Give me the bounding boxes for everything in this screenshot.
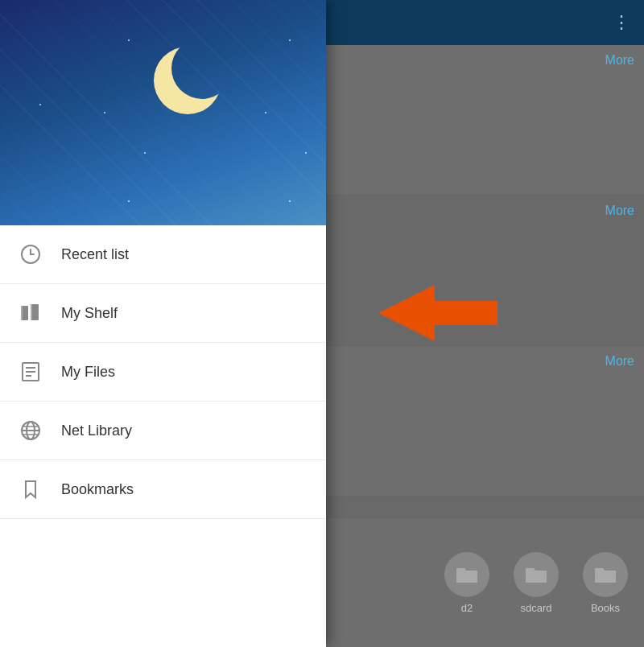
svg-rect-5 [21, 306, 23, 320]
sidebar-item-label-my-files: My Files [61, 364, 115, 381]
my-shelf-icon [16, 299, 45, 328]
sidebar-item-label-net-library: Net Library [61, 422, 132, 439]
folder-item-books[interactable]: Books [583, 552, 628, 614]
sidebar-item-label-my-shelf: My Shelf [61, 305, 118, 322]
more-link-1[interactable]: More [605, 53, 634, 68]
more-link-3[interactable]: More [605, 354, 634, 369]
section-1: More [326, 45, 644, 196]
folder-label-d2: d2 [461, 602, 473, 614]
svg-point-2 [154, 47, 221, 114]
folder-icon-books [583, 552, 628, 597]
sidebar-menu: Recent list My Shelf [0, 225, 326, 647]
bookmarks-icon [16, 475, 45, 504]
net-library-icon [16, 416, 45, 445]
folder-icon-sdcard [514, 552, 559, 597]
section-3: More [326, 346, 644, 497]
moon-icon [147, 40, 228, 121]
recent-list-icon [16, 240, 45, 269]
folder-label-sdcard: sdcard [520, 602, 551, 614]
folder-row: d2 sdcard Books [326, 518, 644, 647]
folder-icon-d2 [444, 552, 489, 597]
folder-item-d2[interactable]: d2 [444, 552, 489, 614]
my-files-icon [16, 357, 45, 386]
sidebar-item-recent-list[interactable]: Recent list [0, 225, 326, 284]
sidebar-item-my-files[interactable]: My Files [0, 343, 326, 402]
overflow-menu-button[interactable]: ⋮ [613, 12, 631, 33]
svg-marker-8 [378, 285, 435, 341]
sidebar-item-label-recent-list: Recent list [61, 246, 129, 263]
sidebar-item-bookmarks[interactable]: Bookmarks [0, 460, 326, 519]
svg-rect-7 [31, 304, 32, 320]
sidebar-drawer: Recent list My Shelf [0, 0, 326, 647]
folder-label-books: Books [591, 602, 620, 614]
arrow-pointer-icon [322, 281, 499, 345]
sidebar-item-label-bookmarks: Bookmarks [61, 481, 134, 498]
more-link-2[interactable]: More [605, 204, 634, 218]
sidebar-item-my-shelf[interactable]: My Shelf [0, 284, 326, 343]
folder-item-sdcard[interactable]: sdcard [514, 552, 559, 614]
sidebar-header [0, 0, 326, 225]
sidebar-item-net-library[interactable]: Net Library [0, 402, 326, 460]
svg-rect-9 [435, 301, 497, 325]
